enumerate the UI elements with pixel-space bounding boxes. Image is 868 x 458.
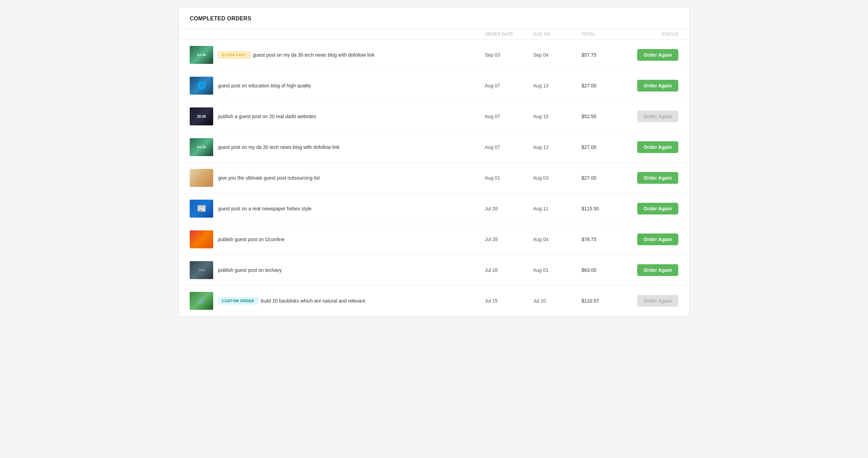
order-thumbnail bbox=[190, 230, 213, 248]
order-info-content: publish a guest post on 20 real da90 web… bbox=[218, 114, 316, 119]
order-again-button[interactable]: Order Again bbox=[637, 264, 678, 276]
thumbnail-image bbox=[190, 138, 213, 156]
col-total: TOTAL bbox=[582, 32, 623, 37]
order-again-button[interactable]: Order Again bbox=[637, 49, 678, 61]
due-on-date: Aug 01 bbox=[533, 267, 582, 273]
order-info-content: give you the ultimate guest post outsour… bbox=[218, 175, 320, 181]
order-again-button[interactable]: Order Again bbox=[637, 141, 678, 153]
order-info: publish a guest post on 20 real da90 web… bbox=[190, 107, 485, 125]
order-title: guest post on my da 30 tech news blog wi… bbox=[218, 144, 340, 150]
order-title: publish guest post on t2conline bbox=[218, 237, 284, 242]
order-info: CUSTOM ORDER build 20 backlinks which ar… bbox=[190, 292, 485, 310]
due-on-date: Sep 04 bbox=[533, 52, 582, 58]
order-total: $27.00 bbox=[582, 175, 623, 181]
order-total: $52.50 bbox=[582, 114, 623, 119]
table-header: ORDER DATE DUE ON TOTAL STATUS bbox=[179, 29, 689, 40]
due-on-date: Aug 15 bbox=[533, 114, 582, 119]
col-status: STATUS bbox=[623, 32, 678, 37]
order-total: $110.57 bbox=[582, 298, 623, 304]
order-date: Jul 28 bbox=[485, 206, 533, 211]
order-title: give you the ultimate guest post outsour… bbox=[218, 175, 320, 181]
order-again-button[interactable]: Order Again bbox=[637, 172, 678, 184]
table-row: guest post on my da 30 tech news blog wi… bbox=[179, 132, 689, 163]
order-again-button: Order Again bbox=[637, 111, 678, 122]
order-again-button[interactable]: Order Again bbox=[637, 203, 678, 214]
order-info: guest post on education blog of high qua… bbox=[190, 77, 485, 95]
order-info-content: EXTRA FAST guest post on my da 30 tech n… bbox=[218, 51, 375, 58]
thumbnail-image bbox=[190, 46, 213, 64]
order-info-content: publish guest post on t2conline bbox=[218, 237, 284, 242]
order-thumbnail bbox=[190, 77, 213, 95]
order-title: guest post on education blog of high qua… bbox=[218, 83, 311, 88]
page-title: COMPLETED ORDERS bbox=[179, 7, 689, 29]
order-title: build 20 backlinks which are natural and… bbox=[261, 298, 365, 304]
table-row: CUSTOM ORDER build 20 backlinks which ar… bbox=[179, 286, 689, 316]
order-thumbnail bbox=[190, 46, 213, 64]
order-total: $27.00 bbox=[582, 83, 623, 88]
order-info-content: guest post on a real newspaper forbes st… bbox=[218, 206, 312, 211]
action-cell: Order Again bbox=[623, 49, 678, 61]
order-thumbnail bbox=[190, 200, 213, 218]
order-thumbnail bbox=[190, 138, 213, 156]
order-title: publish guest post on techavy bbox=[218, 267, 282, 273]
col-order-date: ORDER DATE bbox=[485, 32, 533, 37]
order-again-button[interactable]: Order Again bbox=[637, 80, 678, 92]
order-date: Jul 15 bbox=[485, 298, 533, 304]
order-again-button: Order Again bbox=[637, 295, 678, 307]
thumbnail-image bbox=[190, 77, 213, 95]
col-due-on: DUE ON bbox=[533, 32, 582, 37]
thumbnail-image bbox=[190, 230, 213, 248]
table-row: give you the ultimate guest post outsour… bbox=[179, 163, 689, 193]
order-thumbnail bbox=[190, 292, 213, 310]
order-thumbnail bbox=[190, 261, 213, 279]
order-total: $63.00 bbox=[582, 267, 623, 273]
table-row: publish guest post on techavy Jul 28 Aug… bbox=[179, 255, 689, 286]
order-info: EXTRA FAST guest post on my da 30 tech n… bbox=[190, 46, 485, 64]
action-cell: Order Again bbox=[623, 172, 678, 184]
order-date: Jul 28 bbox=[485, 237, 533, 242]
order-total: $115.50 bbox=[582, 206, 623, 211]
action-cell: Order Again bbox=[623, 264, 678, 276]
order-date: Sep 03 bbox=[485, 52, 533, 58]
action-cell: Order Again bbox=[623, 111, 678, 122]
action-cell: Order Again bbox=[623, 141, 678, 153]
action-cell: Order Again bbox=[623, 233, 678, 245]
order-info-content: guest post on my da 30 tech news blog wi… bbox=[218, 144, 340, 150]
order-title: guest post on my da 30 tech news blog wi… bbox=[253, 52, 375, 58]
table-row: EXTRA FAST guest post on my da 30 tech n… bbox=[179, 40, 689, 70]
order-total: $78.75 bbox=[582, 237, 623, 242]
order-thumbnail bbox=[190, 107, 213, 125]
action-cell: Order Again bbox=[623, 295, 678, 307]
order-info-content: CUSTOM ORDER build 20 backlinks which ar… bbox=[218, 297, 365, 304]
order-date: Aug 01 bbox=[485, 175, 533, 181]
order-total: $57.75 bbox=[582, 52, 623, 58]
due-on-date: Aug 03 bbox=[533, 175, 582, 181]
order-badge: EXTRA FAST bbox=[218, 51, 250, 58]
due-on-date: Aug 04 bbox=[533, 237, 582, 242]
order-info: give you the ultimate guest post outsour… bbox=[190, 169, 485, 187]
order-info: publish guest post on t2conline bbox=[190, 230, 485, 248]
order-info: publish guest post on techavy bbox=[190, 261, 485, 279]
thumbnail-image bbox=[190, 261, 213, 279]
due-on-date: Aug 11 bbox=[533, 206, 582, 211]
order-date: Aug 07 bbox=[485, 83, 533, 88]
due-on-date: Aug 13 bbox=[533, 83, 582, 88]
order-date: Aug 07 bbox=[485, 144, 533, 150]
table-row: guest post on a real newspaper forbes st… bbox=[179, 193, 689, 224]
table-row: guest post on education blog of high qua… bbox=[179, 70, 689, 101]
action-cell: Order Again bbox=[623, 80, 678, 92]
thumbnail-image bbox=[190, 169, 213, 187]
thumbnail-image bbox=[190, 107, 213, 125]
thumbnail-image bbox=[190, 200, 213, 218]
order-again-button[interactable]: Order Again bbox=[637, 233, 678, 245]
order-info: guest post on a real newspaper forbes st… bbox=[190, 200, 485, 218]
table-row: publish a guest post on 20 real da90 web… bbox=[179, 101, 689, 132]
action-cell: Order Again bbox=[623, 203, 678, 214]
order-title: publish a guest post on 20 real da90 web… bbox=[218, 114, 316, 119]
order-total: $27.00 bbox=[582, 144, 623, 150]
table-row: publish guest post on t2conline Jul 28 A… bbox=[179, 224, 689, 255]
order-date: Aug 07 bbox=[485, 114, 533, 119]
order-info: guest post on my da 30 tech news blog wi… bbox=[190, 138, 485, 156]
order-badge: CUSTOM ORDER bbox=[218, 297, 258, 304]
completed-orders-panel: COMPLETED ORDERS ORDER DATE DUE ON TOTAL… bbox=[178, 7, 690, 316]
